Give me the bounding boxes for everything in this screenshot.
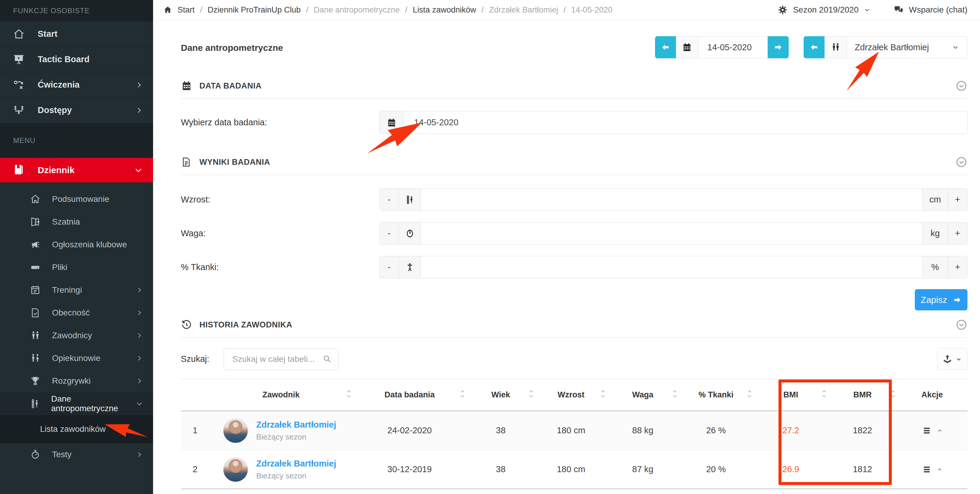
submenu-item-rozgrywki[interactable]: Rozgrywki — [0, 370, 153, 392]
submenu-item-treningi[interactable]: Treningi — [0, 279, 153, 301]
support-chat-link[interactable]: Wsparcie (chat) — [893, 5, 967, 15]
breadcrumb-item[interactable]: Zdrzałek Bartłomiej — [489, 5, 558, 14]
sidebar-item-dziennik[interactable]: Dziennik — [0, 158, 153, 182]
increment-button[interactable]: + — [948, 256, 967, 279]
breadcrumb-separator: / — [306, 5, 309, 14]
sidebar-item-start[interactable]: Start — [0, 22, 153, 47]
chevron-right-icon — [136, 378, 143, 384]
breadcrumb-item[interactable]: Dziennik ProTrainUp Club — [208, 5, 301, 14]
prev-player-button[interactable] — [803, 36, 824, 58]
date-picker-input[interactable]: 14-05-2020 — [379, 111, 967, 134]
export-button[interactable] — [937, 348, 967, 370]
player-link[interactable]: Zdrzałek Bartłomiej — [256, 419, 336, 430]
sidebar-item-cwiczenia[interactable]: Ćwiczenia — [0, 72, 153, 98]
sidebar: FUNKCJE OSOBISTE Start Tactic Board Ćwic… — [0, 0, 153, 494]
decrement-button[interactable]: - — [379, 222, 399, 245]
cell-date: 30-12-2019 — [353, 450, 466, 489]
height-input-group: - cm + — [379, 188, 967, 211]
table-row: 2 Zdrzałek Bartłomiej Bieżący sezon 30-1… — [181, 450, 967, 489]
submenu-item-label: Obecność — [52, 308, 90, 317]
row-actions-menu[interactable] — [897, 425, 967, 436]
bodyfat-input[interactable] — [421, 256, 923, 279]
column-label: Akcje — [921, 390, 943, 400]
height-label: Wzrost: — [181, 195, 379, 204]
scale-gauge-icon — [399, 222, 421, 245]
breadcrumb: Start / Dziennik ProTrainUp Club / Dane … — [163, 5, 612, 14]
submenu-item-ogloszenia[interactable]: Ogłoszenia klubowe — [0, 233, 153, 256]
decrement-button[interactable]: - — [379, 256, 399, 279]
submenu-item-pliki[interactable]: Pliki — [0, 256, 153, 279]
player-navigator: Zdrzałek Bartłomiej — [803, 36, 967, 58]
breadcrumb-item[interactable]: 14-05-2020 — [571, 5, 612, 14]
col-tkanki[interactable]: % Tkanki — [679, 379, 753, 411]
prev-date-button[interactable] — [655, 36, 676, 58]
col-akcje: Akcje — [897, 379, 967, 411]
cell-age: 38 — [466, 450, 535, 489]
submenu-item-testy[interactable]: Testy — [0, 443, 153, 466]
submenu-item-obecnosc[interactable]: Obecność — [0, 301, 153, 324]
submenu-item-opiekunowie[interactable]: Opiekunowie — [0, 347, 153, 370]
home-icon[interactable] — [163, 5, 172, 14]
col-wzrost[interactable]: Wzrost — [535, 379, 607, 411]
height-input[interactable] — [421, 188, 923, 211]
player-link[interactable]: Zdrzałek Bartłomiej — [256, 458, 336, 470]
home-icon — [27, 194, 44, 204]
player-select[interactable]: Zdrzałek Bartłomiej — [847, 36, 967, 58]
column-label: BMI — [783, 390, 798, 400]
col-wiek[interactable]: Wiek — [466, 379, 535, 411]
submenu-item-szatnia[interactable]: Szatnia — [0, 210, 153, 233]
submenu-item-label: Zawodnicy — [52, 331, 92, 340]
topbar: Start / Dziennik ProTrainUp Club / Dane … — [153, 0, 980, 20]
content: Dane antropometryczne 14-05-2020 — [153, 36, 980, 489]
dziennik-submenu: Podsumowanie Szatnia Ogłoszenia klubowe … — [0, 182, 153, 466]
player-season: Bieżący sezon — [256, 471, 336, 481]
row-index: 1 — [181, 411, 209, 450]
save-button[interactable]: Zapisz — [915, 289, 967, 311]
col-bmi[interactable]: BMI — [753, 379, 828, 411]
col-waga[interactable]: Waga — [607, 379, 679, 411]
date-value[interactable]: 14-05-2020 — [698, 36, 768, 58]
collapse-circle-icon[interactable] — [956, 156, 967, 168]
col-bmr[interactable]: BMR — [828, 379, 897, 411]
height-measure-icon — [27, 398, 43, 409]
season-selector[interactable]: Sezon 2019/2020 — [777, 5, 870, 15]
date-field-label: Wybierz data badania: — [181, 118, 379, 127]
bodyfat-field-row: % Tkanki: - % + — [181, 256, 967, 279]
row-actions-menu[interactable] — [897, 464, 967, 475]
cell-weight: 87 kg — [607, 450, 679, 489]
breadcrumb-item[interactable]: Start — [178, 5, 195, 14]
chevron-down-icon — [134, 166, 143, 175]
search-icon — [322, 354, 332, 363]
cell-bmr: 1822 — [828, 411, 897, 450]
next-date-button[interactable] — [768, 36, 789, 58]
sidebar-item-tactic-board[interactable]: Tactic Board — [0, 47, 153, 72]
guardians-icon — [27, 353, 44, 363]
height-measure-icon — [399, 188, 421, 211]
sort-icon — [821, 389, 827, 398]
col-zawodnik[interactable]: Zawodnik — [209, 379, 353, 411]
body-icon — [399, 256, 421, 279]
arrow-right-icon — [953, 296, 961, 304]
annotation-arrow-lista — [103, 416, 150, 443]
cell-fat: 20 % — [679, 450, 753, 489]
submenu-item-lista-zawodnikow[interactable]: Lista zawodników — [0, 415, 153, 443]
decrement-button[interactable]: - — [379, 188, 399, 211]
weight-label: Waga: — [181, 228, 379, 238]
increment-button[interactable]: + — [948, 222, 967, 245]
calendar-icon — [181, 80, 193, 91]
submenu-item-zawodnicy[interactable]: Zawodnicy — [0, 324, 153, 347]
weight-input[interactable] — [421, 222, 923, 245]
sidebar-item-label: Tactic Board — [38, 54, 90, 64]
increment-button[interactable]: + — [948, 188, 967, 211]
breadcrumb-item[interactable]: Dane antropometryczne — [313, 5, 400, 14]
submenu-item-podsumowanie[interactable]: Podsumowanie — [0, 188, 153, 210]
section-title: HISTORIA ZAWODNIKA — [199, 320, 293, 330]
collapse-circle-icon[interactable] — [956, 319, 967, 331]
submenu-item-dane-antropometryczne[interactable]: Dane antropometryczne — [0, 392, 153, 415]
breadcrumb-item[interactable]: Lista zawodników — [413, 5, 476, 14]
collapse-circle-icon[interactable] — [956, 80, 967, 92]
save-row: Zapisz — [181, 289, 967, 311]
search-input[interactable] — [224, 348, 339, 370]
col-data-badania[interactable]: Data badania — [353, 379, 466, 411]
sidebar-item-dostepy[interactable]: Dostępy — [0, 98, 153, 123]
